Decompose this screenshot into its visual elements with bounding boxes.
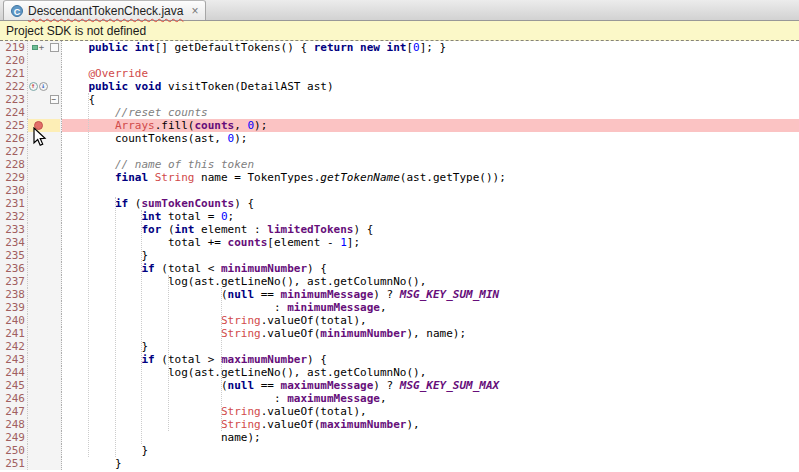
code-line-219[interactable]: 219+ public int[] getDefaultTokens() { r… [0, 41, 799, 54]
gutter-cell[interactable]: 219+ [0, 41, 62, 54]
line-number[interactable]: 236 [0, 262, 28, 275]
fold-column[interactable] [48, 197, 60, 210]
line-number[interactable]: 246 [0, 392, 28, 405]
line-number[interactable]: 248 [0, 418, 28, 431]
line-number[interactable]: 220 [0, 54, 28, 67]
code-line-231[interactable]: 231 if (sumTokenCounts) { [0, 197, 799, 210]
code-line-242[interactable]: 242 } [0, 340, 799, 353]
line-number[interactable]: 221 [0, 67, 28, 80]
code-text[interactable] [62, 145, 799, 158]
line-number[interactable]: 241 [0, 327, 28, 340]
code-line-234[interactable]: 234 total += counts[element - 1]; [0, 236, 799, 249]
code-text[interactable]: (null == minimumMessage) ? MSG_KEY_SUM_M… [62, 288, 799, 301]
tab-descendanttokencheck[interactable]: C DescendantTokenCheck.java × [3, 0, 206, 20]
code-line-238[interactable]: 238 (null == minimumMessage) ? MSG_KEY_S… [0, 288, 799, 301]
fold-column[interactable] [48, 457, 60, 470]
line-number[interactable]: 245 [0, 379, 28, 392]
line-number[interactable]: 225 [0, 119, 28, 132]
code-text[interactable]: } [62, 444, 799, 457]
gutter-cell[interactable]: 233 [0, 223, 62, 236]
line-number[interactable]: 222 [0, 80, 28, 93]
code-text[interactable]: public int[] getDefaultTokens() { return… [62, 41, 799, 54]
line-number[interactable]: 224 [0, 106, 28, 119]
gutter-cell[interactable]: 225 [0, 119, 62, 132]
tab-close-icon[interactable]: × [191, 5, 198, 17]
code-line-222[interactable]: 222↑↓ public void visitToken(DetailAST a… [0, 80, 799, 93]
fold-column[interactable] [48, 171, 60, 184]
code-line-251[interactable]: 251 } [0, 457, 799, 470]
fold-column[interactable] [48, 275, 60, 288]
line-number[interactable]: 233 [0, 223, 28, 236]
fold-column[interactable] [48, 236, 60, 249]
line-number[interactable]: 240 [0, 314, 28, 327]
code-text[interactable]: } [62, 340, 799, 353]
gutter-cell[interactable]: 236 [0, 262, 62, 275]
line-number[interactable]: 223 [0, 93, 28, 106]
gutter-cell[interactable]: 231 [0, 197, 62, 210]
line-number[interactable]: 235 [0, 249, 28, 262]
fold-column[interactable]: − [48, 93, 60, 106]
code-text[interactable]: name); [62, 431, 799, 444]
gutter-cell[interactable]: 250 [0, 444, 62, 457]
fold-column[interactable] [48, 444, 60, 457]
gutter-cell[interactable]: 221 [0, 67, 62, 80]
code-text[interactable]: total += counts[element - 1]; [62, 236, 799, 249]
fold-column[interactable] [48, 223, 60, 236]
code-line-237[interactable]: 237 log(ast.getLineNo(), ast.getColumnNo… [0, 275, 799, 288]
fold-column[interactable] [48, 184, 60, 197]
code-line-250[interactable]: 250 } [0, 444, 799, 457]
code-line-221[interactable]: 221 @Override [0, 67, 799, 80]
code-line-224[interactable]: 224 //reset counts [0, 106, 799, 119]
breakpoint-icon[interactable] [34, 121, 43, 130]
line-number[interactable]: 232 [0, 210, 28, 223]
fold-collapse-icon[interactable]: − [50, 95, 59, 104]
fold-column[interactable] [48, 353, 60, 366]
gutter-cell[interactable]: 246 [0, 392, 62, 405]
code-line-229[interactable]: 229 final String name = TokenTypes.getTo… [0, 171, 799, 184]
gutter-cell[interactable]: 234 [0, 236, 62, 249]
plus-icon[interactable]: + [39, 43, 44, 52]
gutter-cell[interactable]: 226 [0, 132, 62, 145]
line-number[interactable]: 244 [0, 366, 28, 379]
gutter-cell[interactable]: 251 [0, 457, 62, 470]
code-line-239[interactable]: 239 : minimumMessage, [0, 301, 799, 314]
code-text[interactable]: } [62, 457, 799, 470]
gutter-cell[interactable]: 223− [0, 93, 62, 106]
fold-column[interactable] [48, 54, 60, 67]
code-line-232[interactable]: 232 int total = 0; [0, 210, 799, 223]
gutter-cell[interactable]: 229 [0, 171, 62, 184]
code-line-220[interactable]: 220 [0, 54, 799, 67]
gutter-cell[interactable]: 247 [0, 405, 62, 418]
gutter-cell[interactable]: 240 [0, 314, 62, 327]
code-line-248[interactable]: 248 String.valueOf(maximumNumber), [0, 418, 799, 431]
fold-column[interactable] [48, 80, 60, 93]
code-text[interactable]: if (total > maximumNumber) { [62, 353, 799, 366]
line-number[interactable]: 242 [0, 340, 28, 353]
gutter-cell[interactable]: 249 [0, 431, 62, 444]
code-text[interactable]: countTokens(ast, 0); [62, 132, 799, 145]
line-number[interactable]: 238 [0, 288, 28, 301]
code-text[interactable]: //reset counts [62, 106, 799, 119]
code-text[interactable]: : minimumMessage, [62, 301, 799, 314]
fold-column[interactable] [48, 418, 60, 431]
code-line-247[interactable]: 247 String.valueOf(total), [0, 405, 799, 418]
code-line-226[interactable]: 226 countTokens(ast, 0); [0, 132, 799, 145]
code-text[interactable]: String.valueOf(total), [62, 405, 799, 418]
code-text[interactable]: public void visitToken(DetailAST ast) [62, 80, 799, 93]
code-editor[interactable]: 219+ public int[] getDefaultTokens() { r… [0, 41, 799, 472]
code-text[interactable]: if (sumTokenCounts) { [62, 197, 799, 210]
line-number[interactable]: 251 [0, 457, 28, 470]
fold-column[interactable] [48, 67, 60, 80]
code-text[interactable] [62, 184, 799, 197]
code-text[interactable] [62, 54, 799, 67]
code-text[interactable]: // name of this token [62, 158, 799, 171]
line-number[interactable]: 243 [0, 353, 28, 366]
gutter-cell[interactable]: 243 [0, 353, 62, 366]
code-line-227[interactable]: 227 [0, 145, 799, 158]
fold-column[interactable] [48, 327, 60, 340]
override-down-icon[interactable]: ↓ [39, 82, 48, 91]
fold-column[interactable] [48, 119, 60, 132]
fold-marker-icon[interactable] [50, 43, 59, 52]
line-number[interactable]: 250 [0, 444, 28, 457]
code-text[interactable]: log(ast.getLineNo(), ast.getColumnNo(), [62, 275, 799, 288]
